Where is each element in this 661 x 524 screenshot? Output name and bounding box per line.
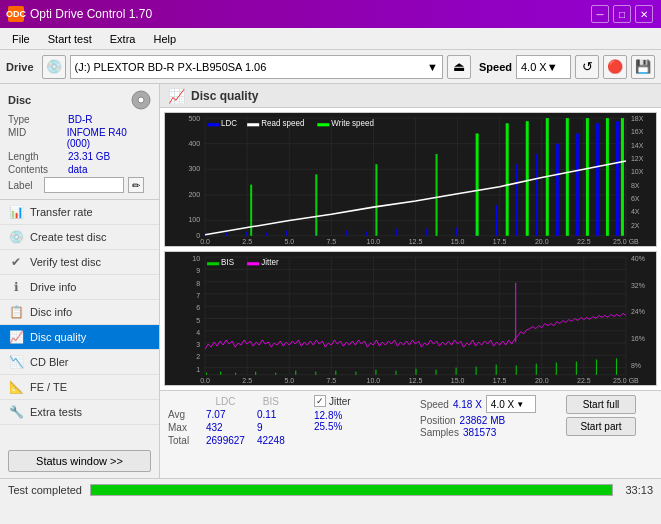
- jitter-avg-row: 12.8%: [314, 410, 342, 421]
- svg-text:2.5: 2.5: [242, 377, 252, 385]
- svg-rect-81: [317, 123, 329, 126]
- svg-rect-76: [621, 118, 624, 236]
- drive-label: Drive: [6, 61, 34, 73]
- sidebar-item-extra-tests[interactable]: 🔧 Extra tests: [0, 400, 159, 425]
- disc-contents-row: Contents data: [8, 164, 151, 175]
- sidebar-item-transfer-rate[interactable]: 📊 Transfer rate: [0, 200, 159, 225]
- svg-rect-143: [416, 369, 417, 375]
- svg-text:32%: 32%: [631, 282, 646, 290]
- sidebar-item-fe-te[interactable]: 📐 FE / TE: [0, 375, 159, 400]
- drive-icon: 💿: [42, 55, 66, 79]
- start-part-button[interactable]: Start part: [566, 417, 636, 436]
- svg-text:400: 400: [188, 140, 200, 148]
- menu-extra[interactable]: Extra: [102, 31, 144, 47]
- svg-text:14X: 14X: [631, 142, 644, 150]
- jitter-checkbox[interactable]: ✓: [314, 395, 326, 407]
- svg-text:Jitter: Jitter: [261, 258, 279, 267]
- svg-rect-142: [395, 371, 396, 375]
- status-window-button[interactable]: Status window >>: [8, 450, 151, 472]
- record-button[interactable]: 🔴: [603, 55, 627, 79]
- svg-rect-150: [556, 362, 557, 374]
- label-input[interactable]: [44, 177, 124, 193]
- svg-rect-48: [245, 232, 247, 236]
- svg-rect-75: [606, 118, 609, 236]
- svg-rect-50: [285, 231, 287, 236]
- sidebar-item-create-test-disc[interactable]: 💿 Create test disc: [0, 225, 159, 250]
- refresh-button[interactable]: ↺: [575, 55, 599, 79]
- speed-dropdown[interactable]: 4.0 X ▼: [486, 395, 536, 413]
- svg-text:300: 300: [188, 165, 200, 173]
- app-icon: ODC: [8, 6, 24, 22]
- sidebar-item-verify-test-disc[interactable]: ✔ Verify test disc: [0, 250, 159, 275]
- speed-position-section: Speed 4.18 X 4.0 X ▼ Position 23862 MB S…: [420, 395, 550, 438]
- menu-bar: File Start test Extra Help: [0, 28, 661, 50]
- progress-bar-fill: [91, 485, 612, 495]
- svg-rect-67: [375, 164, 377, 236]
- sidebar: Disc Type BD-R MID INFOME R40 (000) Leng…: [0, 84, 160, 478]
- avg-bis: 0.11: [251, 408, 291, 421]
- label-edit-button[interactable]: ✏: [128, 177, 144, 193]
- ldc-bis-table: LDC BIS Avg 7.07 0.11 Max: [168, 395, 298, 447]
- extra-tests-icon: 🔧: [8, 405, 24, 419]
- content-area: 📈 Disc quality: [160, 84, 661, 478]
- close-button[interactable]: ✕: [635, 5, 653, 23]
- jitter-max-row: 25.5%: [314, 421, 342, 432]
- svg-text:4: 4: [196, 329, 200, 337]
- svg-rect-59: [516, 164, 518, 236]
- length-label: Length: [8, 151, 68, 162]
- svg-rect-61: [556, 144, 559, 236]
- menu-help[interactable]: Help: [145, 31, 184, 47]
- svg-text:15.0: 15.0: [451, 238, 465, 246]
- disc-section-title: Disc: [8, 94, 31, 106]
- avg-ldc: 7.07: [200, 408, 251, 421]
- maximize-button[interactable]: □: [613, 5, 631, 23]
- stats-area: LDC BIS Avg 7.07 0.11 Max: [160, 390, 661, 478]
- svg-text:2X: 2X: [631, 222, 640, 230]
- svg-text:1: 1: [196, 366, 200, 374]
- svg-text:12.5: 12.5: [409, 238, 423, 246]
- sidebar-item-cd-bler[interactable]: 📉 CD Bler: [0, 350, 159, 375]
- speed-select[interactable]: 4.0 X ▼: [516, 55, 571, 79]
- disc-length-row: Length 23.31 GB: [8, 151, 151, 162]
- drive-select[interactable]: (J:) PLEXTOR BD-R PX-LB950SA 1.06 ▼: [70, 55, 443, 79]
- svg-rect-155: [207, 262, 219, 265]
- sidebar-item-drive-info[interactable]: ℹ Drive info: [0, 275, 159, 300]
- sidebar-item-disc-info[interactable]: 📋 Disc info: [0, 300, 159, 325]
- svg-point-1: [138, 97, 144, 103]
- svg-rect-153: [616, 358, 617, 374]
- svg-text:9: 9: [196, 267, 200, 275]
- svg-rect-137: [295, 371, 296, 375]
- length-value: 23.31 GB: [68, 151, 110, 162]
- svg-rect-47: [225, 233, 227, 236]
- svg-rect-139: [335, 371, 336, 375]
- sidebar-item-disc-quality[interactable]: 📈 Disc quality: [0, 325, 159, 350]
- drive-info-icon: ℹ: [8, 280, 24, 294]
- svg-text:2: 2: [196, 353, 200, 361]
- svg-rect-54: [395, 229, 397, 236]
- type-label: Type: [8, 114, 68, 125]
- menu-file[interactable]: File: [4, 31, 38, 47]
- col-bis: BIS: [251, 395, 291, 408]
- svg-text:Read speed: Read speed: [261, 119, 304, 128]
- save-button[interactable]: 💾: [631, 55, 655, 79]
- svg-text:BIS: BIS: [221, 258, 235, 267]
- minimize-button[interactable]: ─: [591, 5, 609, 23]
- svg-text:17.5: 17.5: [493, 377, 507, 385]
- progress-bar-container: [90, 484, 613, 496]
- svg-text:2.5: 2.5: [242, 238, 252, 246]
- chart1-svg: 500 400 300 200 100 0 18X 16X 14X 12X 10…: [165, 113, 656, 246]
- title-bar: ODC Opti Drive Control 1.70 ─ □ ✕: [0, 0, 661, 28]
- title-bar-left: ODC Opti Drive Control 1.70: [8, 6, 152, 22]
- svg-text:10.0: 10.0: [367, 377, 381, 385]
- toolbar: Drive 💿 (J:) PLEXTOR BD-R PX-LB950SA 1.0…: [0, 50, 661, 84]
- menu-start-test[interactable]: Start test: [40, 31, 100, 47]
- eject-button[interactable]: ⏏: [447, 55, 471, 79]
- sidebar-item-label: FE / TE: [30, 381, 67, 393]
- svg-text:5.0: 5.0: [284, 377, 294, 385]
- svg-text:10.0: 10.0: [367, 238, 381, 246]
- svg-text:6: 6: [196, 304, 200, 312]
- start-full-button[interactable]: Start full: [566, 395, 636, 414]
- title-bar-controls: ─ □ ✕: [591, 5, 653, 23]
- chart1-container: 500 400 300 200 100 0 18X 16X 14X 12X 10…: [164, 112, 657, 247]
- svg-rect-144: [436, 370, 437, 375]
